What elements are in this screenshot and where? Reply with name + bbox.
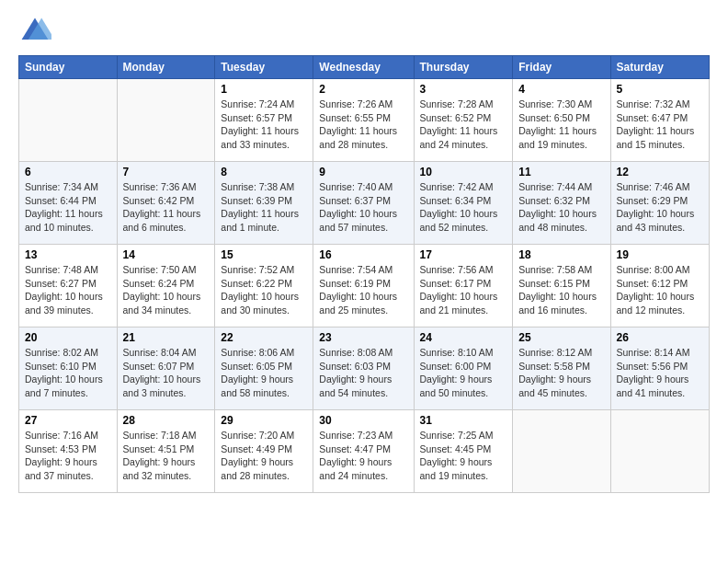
day-number: 28 bbox=[123, 414, 210, 427]
day-number: 3 bbox=[420, 83, 507, 96]
calendar-cell: 24Sunrise: 8:10 AMSunset: 6:00 PMDayligh… bbox=[414, 327, 513, 410]
logo-icon bbox=[18, 15, 51, 48]
day-number: 27 bbox=[25, 414, 111, 427]
calendar-cell: 22Sunrise: 8:06 AMSunset: 6:05 PMDayligh… bbox=[215, 327, 313, 410]
day-info: Sunrise: 7:56 AMSunset: 6:17 PMDaylight:… bbox=[420, 263, 507, 317]
day-number: 20 bbox=[25, 331, 111, 344]
calendar-cell: 31Sunrise: 7:25 AMSunset: 4:45 PMDayligh… bbox=[414, 410, 513, 493]
calendar-cell: 10Sunrise: 7:42 AMSunset: 6:34 PMDayligh… bbox=[414, 162, 513, 245]
day-info: Sunrise: 8:06 AMSunset: 6:05 PMDaylight:… bbox=[221, 346, 307, 400]
logo bbox=[18, 15, 55, 48]
calendar-cell bbox=[610, 410, 709, 493]
day-info: Sunrise: 7:42 AMSunset: 6:34 PMDaylight:… bbox=[420, 180, 507, 235]
calendar-cell: 7Sunrise: 7:36 AMSunset: 6:42 PMDaylight… bbox=[117, 162, 215, 245]
calendar-cell: 3Sunrise: 7:28 AMSunset: 6:52 PMDaylight… bbox=[414, 79, 513, 162]
calendar-cell: 17Sunrise: 7:56 AMSunset: 6:17 PMDayligh… bbox=[414, 245, 513, 327]
calendar-cell: 14Sunrise: 7:50 AMSunset: 6:24 PMDayligh… bbox=[117, 245, 215, 327]
day-header: Friday bbox=[513, 56, 610, 79]
day-info: Sunrise: 7:38 AMSunset: 6:39 PMDaylight:… bbox=[221, 180, 307, 235]
calendar-cell bbox=[19, 79, 118, 162]
calendar-cell: 6Sunrise: 7:34 AMSunset: 6:44 PMDaylight… bbox=[19, 162, 118, 245]
day-info: Sunrise: 7:23 AMSunset: 4:47 PMDaylight:… bbox=[319, 429, 407, 483]
day-info: Sunrise: 7:32 AMSunset: 6:47 PMDaylight:… bbox=[617, 98, 703, 152]
day-number: 9 bbox=[319, 166, 407, 178]
calendar-body: 1Sunrise: 7:24 AMSunset: 6:57 PMDaylight… bbox=[19, 79, 710, 493]
day-info: Sunrise: 8:12 AMSunset: 5:58 PMDaylight:… bbox=[518, 346, 604, 400]
day-header: Saturday bbox=[610, 56, 709, 79]
day-number: 14 bbox=[123, 248, 210, 261]
day-number: 25 bbox=[518, 331, 604, 344]
day-info: Sunrise: 7:36 AMSunset: 6:42 PMDaylight:… bbox=[123, 180, 210, 235]
calendar-cell: 4Sunrise: 7:30 AMSunset: 6:50 PMDaylight… bbox=[513, 79, 610, 162]
day-header: Thursday bbox=[414, 56, 513, 79]
calendar-cell: 18Sunrise: 7:58 AMSunset: 6:15 PMDayligh… bbox=[513, 245, 610, 327]
day-number: 8 bbox=[221, 166, 307, 178]
calendar-week-row: 1Sunrise: 7:24 AMSunset: 6:57 PMDaylight… bbox=[19, 79, 710, 162]
day-info: Sunrise: 7:16 AMSunset: 4:53 PMDaylight:… bbox=[25, 429, 111, 483]
calendar-cell: 26Sunrise: 8:14 AMSunset: 5:56 PMDayligh… bbox=[610, 327, 709, 410]
calendar-cell: 23Sunrise: 8:08 AMSunset: 6:03 PMDayligh… bbox=[313, 327, 414, 410]
calendar-cell: 8Sunrise: 7:38 AMSunset: 6:39 PMDaylight… bbox=[215, 162, 313, 245]
calendar-cell: 12Sunrise: 7:46 AMSunset: 6:29 PMDayligh… bbox=[610, 162, 709, 245]
day-number: 17 bbox=[420, 248, 507, 261]
day-info: Sunrise: 7:28 AMSunset: 6:52 PMDaylight:… bbox=[420, 98, 507, 152]
day-info: Sunrise: 7:48 AMSunset: 6:27 PMDaylight:… bbox=[25, 263, 111, 317]
day-header: Wednesday bbox=[313, 56, 414, 79]
day-info: Sunrise: 8:00 AMSunset: 6:12 PMDaylight:… bbox=[617, 263, 703, 317]
calendar-header: SundayMondayTuesdayWednesdayThursdayFrid… bbox=[19, 56, 710, 79]
calendar-cell: 11Sunrise: 7:44 AMSunset: 6:32 PMDayligh… bbox=[513, 162, 610, 245]
calendar-cell bbox=[513, 410, 610, 493]
calendar-cell: 5Sunrise: 7:32 AMSunset: 6:47 PMDaylight… bbox=[610, 79, 709, 162]
calendar-cell: 19Sunrise: 8:00 AMSunset: 6:12 PMDayligh… bbox=[610, 245, 709, 327]
calendar-cell: 28Sunrise: 7:18 AMSunset: 4:51 PMDayligh… bbox=[117, 410, 215, 493]
day-number: 11 bbox=[518, 166, 604, 178]
calendar-cell: 16Sunrise: 7:54 AMSunset: 6:19 PMDayligh… bbox=[313, 245, 414, 327]
day-info: Sunrise: 7:25 AMSunset: 4:45 PMDaylight:… bbox=[420, 429, 507, 483]
page: SundayMondayTuesdayWednesdayThursdayFrid… bbox=[0, 0, 728, 508]
day-info: Sunrise: 7:54 AMSunset: 6:19 PMDaylight:… bbox=[319, 263, 407, 317]
day-info: Sunrise: 7:18 AMSunset: 4:51 PMDaylight:… bbox=[123, 429, 210, 483]
day-info: Sunrise: 7:50 AMSunset: 6:24 PMDaylight:… bbox=[123, 263, 210, 317]
day-number: 13 bbox=[25, 248, 111, 261]
header bbox=[18, 15, 710, 48]
day-info: Sunrise: 7:46 AMSunset: 6:29 PMDaylight:… bbox=[617, 180, 703, 235]
day-number: 4 bbox=[518, 83, 604, 96]
day-number: 5 bbox=[617, 83, 703, 96]
day-info: Sunrise: 8:10 AMSunset: 6:00 PMDaylight:… bbox=[420, 346, 507, 400]
day-info: Sunrise: 7:26 AMSunset: 6:55 PMDaylight:… bbox=[319, 98, 407, 152]
day-info: Sunrise: 7:58 AMSunset: 6:15 PMDaylight:… bbox=[518, 263, 604, 317]
calendar-cell: 25Sunrise: 8:12 AMSunset: 5:58 PMDayligh… bbox=[513, 327, 610, 410]
day-number: 31 bbox=[420, 414, 507, 427]
day-info: Sunrise: 7:34 AMSunset: 6:44 PMDaylight:… bbox=[25, 180, 111, 235]
day-info: Sunrise: 8:08 AMSunset: 6:03 PMDaylight:… bbox=[319, 346, 407, 400]
calendar-cell bbox=[117, 79, 215, 162]
day-number: 6 bbox=[25, 166, 111, 178]
day-header: Tuesday bbox=[215, 56, 313, 79]
calendar-cell: 2Sunrise: 7:26 AMSunset: 6:55 PMDaylight… bbox=[313, 79, 414, 162]
day-info: Sunrise: 8:14 AMSunset: 5:56 PMDaylight:… bbox=[617, 346, 703, 400]
day-number: 19 bbox=[617, 248, 703, 261]
calendar-cell: 15Sunrise: 7:52 AMSunset: 6:22 PMDayligh… bbox=[215, 245, 313, 327]
calendar-week-row: 13Sunrise: 7:48 AMSunset: 6:27 PMDayligh… bbox=[19, 245, 710, 327]
calendar: SundayMondayTuesdayWednesdayThursdayFrid… bbox=[18, 55, 710, 493]
calendar-cell: 20Sunrise: 8:02 AMSunset: 6:10 PMDayligh… bbox=[19, 327, 118, 410]
day-info: Sunrise: 7:20 AMSunset: 4:49 PMDaylight:… bbox=[221, 429, 307, 483]
day-number: 23 bbox=[319, 331, 407, 344]
day-number: 15 bbox=[221, 248, 307, 261]
day-number: 26 bbox=[617, 331, 703, 344]
calendar-cell: 30Sunrise: 7:23 AMSunset: 4:47 PMDayligh… bbox=[313, 410, 414, 493]
day-number: 12 bbox=[617, 166, 703, 178]
calendar-cell: 27Sunrise: 7:16 AMSunset: 4:53 PMDayligh… bbox=[19, 410, 118, 493]
day-info: Sunrise: 7:30 AMSunset: 6:50 PMDaylight:… bbox=[518, 98, 604, 152]
day-info: Sunrise: 7:52 AMSunset: 6:22 PMDaylight:… bbox=[221, 263, 307, 317]
day-number: 1 bbox=[221, 83, 307, 96]
day-number: 10 bbox=[420, 166, 507, 178]
calendar-cell: 9Sunrise: 7:40 AMSunset: 6:37 PMDaylight… bbox=[313, 162, 414, 245]
header-row: SundayMondayTuesdayWednesdayThursdayFrid… bbox=[19, 56, 710, 79]
day-number: 24 bbox=[420, 331, 507, 344]
calendar-cell: 29Sunrise: 7:20 AMSunset: 4:49 PMDayligh… bbox=[215, 410, 313, 493]
calendar-cell: 1Sunrise: 7:24 AMSunset: 6:57 PMDaylight… bbox=[215, 79, 313, 162]
day-number: 22 bbox=[221, 331, 307, 344]
calendar-week-row: 27Sunrise: 7:16 AMSunset: 4:53 PMDayligh… bbox=[19, 410, 710, 493]
day-number: 21 bbox=[123, 331, 210, 344]
